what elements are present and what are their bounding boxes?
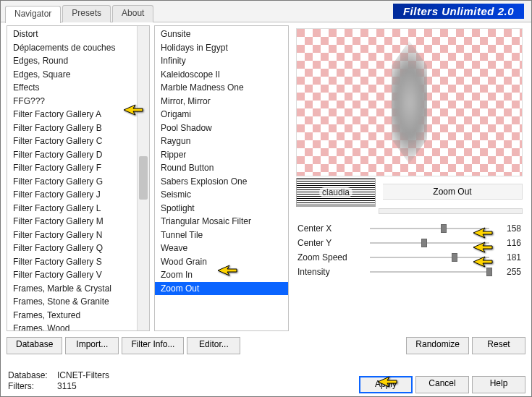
filter-list-panel: GunsiteHolidays in EgyptInfinityKaleidos… <box>154 25 289 331</box>
category-list-panel: DistortDéplacements de couchesEdges, Rou… <box>7 25 150 331</box>
header-bar: Navigator Presets About Filters Unlimite… <box>1 1 531 22</box>
list-item[interactable]: Raygun <box>155 135 288 148</box>
list-item[interactable]: Origami <box>155 108 288 121</box>
list-item[interactable]: Filter Factory Gallery Q <box>7 242 149 255</box>
list-item[interactable]: Filter Factory Gallery G <box>7 175 149 189</box>
slider-value: 116 <box>497 238 521 248</box>
scrollbar[interactable] <box>137 26 149 330</box>
filter-info-button[interactable]: Filter Info... <box>122 337 184 354</box>
slider-track[interactable] <box>370 228 489 229</box>
list-item[interactable]: Sabers Explosion One <box>155 175 288 189</box>
slider-label: Zoom Speed <box>297 252 363 262</box>
slider-thumb[interactable] <box>452 253 457 262</box>
list-item[interactable]: FFG??? <box>7 95 149 108</box>
slider-row: Intensity255 <box>297 265 521 279</box>
list-item[interactable]: Kaleidoscope II <box>155 68 288 82</box>
editor-button[interactable]: Editor... <box>187 337 240 354</box>
slider-label: Center Y <box>297 238 363 248</box>
list-item[interactable]: Filter Factory Gallery A <box>7 108 149 121</box>
category-list[interactable]: DistortDéplacements de couchesEdges, Rou… <box>7 26 149 331</box>
parameter-sliders: Center X158Center Y116Zoom Speed181Inten… <box>297 221 521 279</box>
watermark-stamp: claudia <box>296 178 376 207</box>
list-item[interactable]: Frames, Marble & Crystal <box>7 282 149 296</box>
list-item[interactable]: Wood Grain <box>155 255 288 269</box>
slider-thumb[interactable] <box>486 268 492 276</box>
list-item[interactable]: Frames, Wood <box>7 322 149 331</box>
list-item[interactable]: Filter Factory Gallery V <box>7 268 149 282</box>
slider-track[interactable] <box>370 242 489 244</box>
preview-shape <box>384 41 435 164</box>
list-item[interactable]: Holidays in Egypt <box>155 41 288 55</box>
preview <box>296 28 523 176</box>
list-item[interactable]: Ripper <box>155 148 288 162</box>
slider-value: 158 <box>497 223 521 234</box>
window: Navigator Presets About Filters Unlimite… <box>0 0 532 397</box>
tabs: Navigator Presets About <box>5 5 153 22</box>
slider-row: Zoom Speed181 <box>297 250 521 265</box>
list-item[interactable]: Filter Factory Gallery M <box>7 215 149 229</box>
tab-about[interactable]: About <box>112 5 153 22</box>
slider-label: Center X <box>297 223 363 234</box>
tab-presets[interactable]: Presets <box>62 5 111 22</box>
list-item[interactable]: Tunnel Tile <box>155 229 288 242</box>
list-item[interactable]: Gunsite <box>155 27 288 41</box>
list-item[interactable]: Round Button <box>155 161 288 175</box>
list-item[interactable]: Zoom In <box>155 268 288 282</box>
reset-button[interactable]: Reset <box>472 337 525 354</box>
spacer <box>243 337 403 354</box>
list-item[interactable]: Filter Factory Gallery F <box>7 161 149 175</box>
list-item[interactable]: Effects <box>7 81 149 95</box>
slider-row: Center X158 <box>297 221 521 236</box>
list-item[interactable]: Pool Shadow <box>155 121 288 135</box>
list-item[interactable]: Filter Factory Gallery C <box>7 135 149 148</box>
watermark-text: claudia <box>319 187 352 197</box>
list-item[interactable]: Infinity <box>155 54 288 68</box>
list-item[interactable]: Triangular Mosaic Filter <box>155 215 288 229</box>
list-item[interactable]: Edges, Square <box>7 68 149 82</box>
list-item[interactable]: Déplacements de couches <box>7 41 149 55</box>
slider-thumb[interactable] <box>421 239 427 247</box>
list-item[interactable]: Weave <box>155 242 288 255</box>
import-button[interactable]: Import... <box>65 337 119 354</box>
list-item[interactable]: Zoom Out <box>155 282 288 296</box>
right-panel: claudia Zoom Out Center X158Center Y116Z… <box>293 25 525 331</box>
list-item[interactable]: Edges, Round <box>7 54 149 68</box>
apply-button[interactable]: Apply <box>359 376 413 393</box>
slider-track[interactable] <box>370 257 489 258</box>
list-item[interactable]: Filter Factory Gallery B <box>7 121 149 135</box>
slider-row: Center Y116 <box>297 236 521 250</box>
slider-value: 255 <box>497 267 521 277</box>
list-item[interactable]: Distort <box>7 27 149 41</box>
slider-thumb[interactable] <box>441 224 447 233</box>
cancel-button[interactable]: Cancel <box>415 376 469 393</box>
slider-track[interactable] <box>370 271 489 273</box>
list-item[interactable]: Seismic <box>155 188 288 202</box>
filter-title-row: claudia Zoom Out <box>296 176 523 207</box>
list-item[interactable]: Frames, Textured <box>7 309 149 323</box>
slider-label: Intensity <box>297 267 363 277</box>
database-button[interactable]: Database <box>7 337 62 354</box>
tab-navigator[interactable]: Navigator <box>5 6 61 23</box>
list-item[interactable]: Marble Madness One <box>155 81 288 95</box>
list-item[interactable]: Filter Factory Gallery L <box>7 202 149 215</box>
toolbar-row: Database Import... Filter Info... Editor… <box>7 337 525 354</box>
slider-value: 181 <box>497 252 521 262</box>
list-item[interactable]: Filter Factory Gallery J <box>7 188 149 202</box>
filter-list[interactable]: GunsiteHolidays in EgyptInfinityKaleidos… <box>155 26 288 296</box>
list-item[interactable]: Filter Factory Gallery N <box>7 229 149 242</box>
progress-bar <box>379 208 523 214</box>
main-area: DistortDéplacements de couchesEdges, Rou… <box>7 25 525 331</box>
dialog-buttons: Apply Cancel Help <box>7 376 525 393</box>
list-item[interactable]: Filter Factory Gallery D <box>7 148 149 162</box>
list-item[interactable]: Filter Factory Gallery S <box>7 255 149 269</box>
scrollbar-thumb[interactable] <box>139 156 148 200</box>
list-item[interactable]: Frames, Stone & Granite <box>7 295 149 309</box>
filter-title: Zoom Out <box>383 184 523 200</box>
help-button[interactable]: Help <box>472 376 525 393</box>
brand-title: Filters Unlimited 2.0 <box>393 4 524 19</box>
list-item[interactable]: Spotlight <box>155 202 288 215</box>
list-item[interactable]: Mirror, Mirror <box>155 95 288 108</box>
randomize-button[interactable]: Randomize <box>406 337 469 354</box>
